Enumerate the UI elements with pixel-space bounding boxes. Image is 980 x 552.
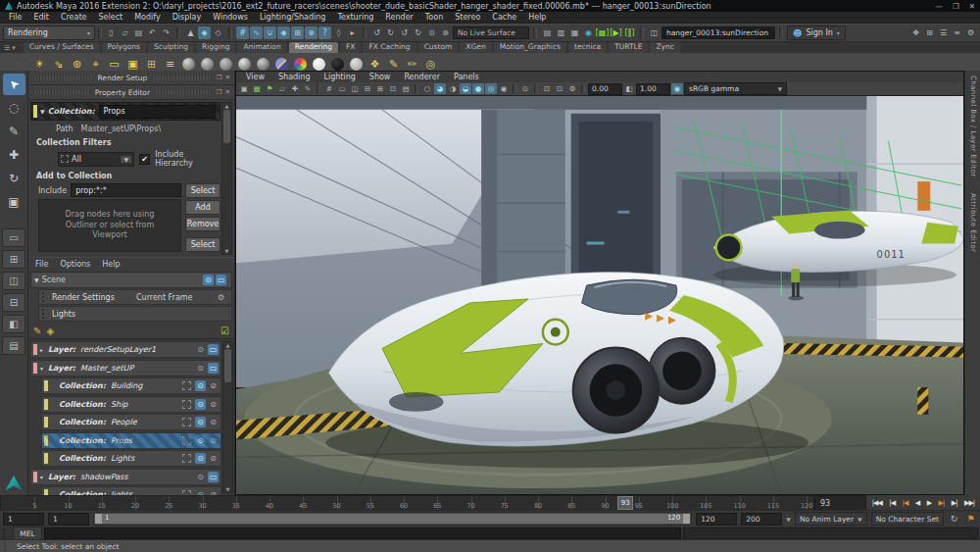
drag-grip[interactable] — [42, 292, 48, 302]
isolate-select-icon[interactable] — [182, 436, 191, 445]
include-hierarchy-checkbox[interactable]: ✔ — [139, 154, 150, 165]
shelf-tab-curves-surfaces[interactable]: Curves / Surfaces — [24, 42, 100, 53]
collection-header[interactable]: ▼ Collection: Props — [30, 102, 220, 121]
shelf-tab-xgen[interactable]: XGen — [460, 42, 491, 53]
collection-row-people[interactable]: Collection:People⊙⊘ — [41, 414, 221, 430]
shelf-tab-turtle[interactable]: TURTLE — [609, 42, 648, 53]
menu-set-selector[interactable]: Rendering ▾ — [3, 25, 95, 40]
range-slider[interactable]: 1 120 — [93, 512, 692, 526]
gear-icon[interactable]: ⚙ — [216, 292, 226, 303]
validate-icon[interactable]: ☑ — [220, 326, 229, 336]
shelf-tab-polygons[interactable]: Polygons — [102, 42, 146, 53]
drag-grip[interactable] — [4, 542, 11, 550]
visibility-eye-icon[interactable]: ⊙ — [195, 399, 206, 410]
range-slider-bar[interactable] — [95, 514, 690, 524]
field-chart-icon[interactable]: ⊞ — [374, 83, 386, 94]
range-end-handle[interactable] — [683, 514, 690, 524]
ipr-view-icon[interactable]: [▶] — [610, 26, 622, 39]
remove-button[interactable]: Remove — [185, 217, 220, 231]
gamma-icon[interactable]: ◧ — [623, 83, 635, 94]
playback-start-field[interactable]: 1 — [48, 513, 89, 526]
lock-selection-icon[interactable]: ◊ — [332, 26, 345, 39]
auto-key-icon[interactable]: ⚑ — [964, 513, 977, 526]
current-frame-marker[interactable]: 93 — [617, 496, 633, 510]
wireframe-icon[interactable]: ○ — [421, 83, 433, 94]
color-management-icon[interactable]: ◉ — [671, 83, 683, 94]
layer-editor-menu-help[interactable]: Help — [102, 260, 120, 269]
view-transform-dropdown[interactable]: sRGB gamma ▼ — [684, 82, 787, 95]
layer-editor-menu-options[interactable]: Options — [60, 260, 90, 269]
dock-tab-channel-box-layer-editor[interactable]: Channel Box / Layer Editor — [969, 75, 977, 177]
volume-light-icon[interactable]: ▣ — [124, 56, 141, 73]
sign-in-button[interactable]: ☻Sign In▾ — [787, 25, 846, 40]
shelf-tab-tecnica[interactable]: tecnica — [568, 42, 607, 53]
render-setup-header[interactable]: Render Setup ❐ ✕ — [28, 71, 234, 85]
menu-help[interactable]: Help — [522, 13, 552, 22]
expand-arrow-icon[interactable]: ▾ — [40, 365, 48, 372]
scene-row[interactable]: ▼ Scene ⊙ ▭ — [30, 272, 232, 288]
shelf-tab-custom[interactable]: Custom — [418, 42, 459, 53]
select-tool[interactable]: ➤ — [3, 74, 25, 95]
select-hierarchy-icon[interactable]: ▲ — [184, 26, 197, 39]
shadows-icon[interactable]: ● — [472, 83, 484, 94]
live-surface-field[interactable]: No Live Surface — [453, 26, 529, 39]
safe-title-icon[interactable]: ▤ — [400, 83, 412, 94]
select-button[interactable]: Select — [185, 183, 220, 198]
create-collection-icon[interactable]: ◈ — [46, 326, 54, 336]
xray-icon[interactable]: ⊡ — [541, 83, 553, 94]
textured-icon[interactable]: ◑ — [447, 83, 459, 94]
menu-toon[interactable]: Toon — [419, 13, 449, 22]
chevron-down-icon[interactable]: ▼ — [786, 516, 791, 523]
disable-icon[interactable]: ⊘ — [208, 417, 219, 427]
step-back-key-button[interactable]: |◀ — [903, 499, 908, 507]
use-all-lights-icon[interactable]: ◒ — [460, 83, 471, 94]
shelf-editor-icon[interactable]: ◦ — [8, 60, 29, 68]
step-back-frame-button[interactable]: |◀ — [889, 499, 895, 507]
expand-arrow-icon[interactable]: ▸ — [40, 346, 48, 353]
layout-four-pane[interactable]: ⊞ — [2, 250, 25, 269]
animation-start-field[interactable]: 1 — [3, 513, 44, 526]
history-toggle-icon[interactable]: ↻ — [412, 26, 424, 39]
menu-lighting-shading[interactable]: Lighting/Shading — [254, 13, 332, 22]
layout-three-left[interactable]: ◧ — [2, 315, 25, 333]
visibility-eye-icon[interactable]: ⊙ — [203, 275, 214, 285]
ipr-shelf-icon[interactable]: ◎ — [422, 56, 439, 73]
renderable-monitor-icon[interactable]: ▭ — [208, 344, 219, 355]
shaded-icon[interactable]: ◕ — [434, 83, 446, 94]
float-panel-icon[interactable]: ❐ — [217, 88, 222, 96]
layout-two-side[interactable]: ◫ — [2, 272, 25, 290]
layer-row-master-setup[interactable]: ▾Layer:Master_setUP⊙▭ — [30, 360, 221, 376]
highlight-affected-icon[interactable]: ▸ — [346, 26, 359, 39]
step-forward-key-button[interactable]: ▶| — [939, 499, 945, 507]
drag-grip[interactable] — [155, 90, 212, 95]
modeling-toolkit-icon[interactable]: ❖ — [909, 26, 922, 39]
minimize-button[interactable]: — — [935, 2, 943, 11]
scale-tool[interactable]: ▣ — [3, 191, 25, 213]
select-button-2[interactable]: Select — [185, 237, 220, 252]
disable-icon[interactable]: ⊘ — [208, 453, 219, 464]
shelf-tab-fx[interactable]: FX — [340, 42, 361, 53]
ocean-shader-icon[interactable] — [275, 58, 288, 71]
viewport-menu-view[interactable]: View — [239, 73, 271, 81]
scroll-down-icon[interactable]: ▼ — [226, 486, 230, 492]
scrollbar-thumb[interactable] — [223, 110, 230, 143]
collection-row-lights[interactable]: Collection:lights⊙⊘ — [41, 486, 221, 495]
collection-name-field[interactable]: Props — [99, 105, 216, 119]
film-gate-icon[interactable]: ▭ — [336, 83, 348, 94]
rotate-tool[interactable]: ↻ — [3, 168, 25, 189]
shelf-tab-sculpting[interactable]: Sculpting — [148, 42, 194, 53]
include-expression-field[interactable]: prop:*:* — [71, 183, 181, 197]
move-tool[interactable]: ✚ — [3, 144, 25, 166]
dock-tab-attribute-editor[interactable]: Attribute Editor — [969, 193, 977, 252]
gate-mask-icon[interactable]: ⊟ — [362, 83, 373, 94]
tool-settings-icon[interactable]: ≡ — [951, 26, 963, 39]
redo-icon[interactable]: ↷ — [160, 26, 172, 39]
layout-outliner[interactable]: ▤ — [2, 336, 25, 355]
shelf-tab-motion-graphics[interactable]: Motion_Graphics — [494, 42, 566, 53]
drag-grip[interactable] — [42, 309, 48, 319]
anim-layer-dropdown[interactable]: No Anim Layer ▼ — [795, 512, 867, 526]
mel-input-field[interactable] — [44, 527, 681, 539]
menu-stereo[interactable]: Stereo — [449, 13, 486, 22]
lambert-material-icon[interactable] — [220, 58, 232, 71]
light-set-icon[interactable]: ≡ — [162, 56, 178, 73]
